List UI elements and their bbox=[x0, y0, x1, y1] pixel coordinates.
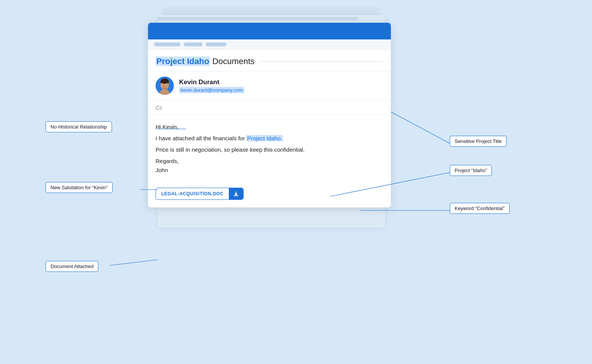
annotation-new-salutation: New Salutation for “Kevin” bbox=[46, 182, 113, 193]
tab-2 bbox=[184, 42, 203, 46]
email-from-row: Kevin Durant kevin.durant@company.com bbox=[148, 71, 391, 100]
email-body: Hi Kevin, I have attached all the financ… bbox=[148, 115, 391, 183]
attachment-download-button[interactable] bbox=[229, 188, 243, 199]
svg-line-15 bbox=[110, 260, 157, 265]
annotation-document-attached: Document Attached bbox=[46, 261, 98, 272]
email-subject: Project Idaho Documents bbox=[156, 56, 255, 66]
project-idaho-highlight: Project Idaho. bbox=[246, 135, 283, 141]
email-header-bar bbox=[148, 23, 391, 39]
svg-line-11 bbox=[391, 112, 450, 143]
body-line-1: I have attached all the financials for P… bbox=[156, 134, 383, 143]
body-greeting: Hi Kevin, bbox=[156, 122, 383, 132]
from-name: Kevin Durant bbox=[179, 78, 244, 86]
download-icon bbox=[233, 191, 239, 196]
svg-point-8 bbox=[166, 85, 167, 85]
email-attachment-section: LEGAL-ACQUISITION.DOC bbox=[148, 183, 391, 207]
body-regards: Regards,John bbox=[156, 157, 383, 175]
email-tabs bbox=[148, 39, 391, 50]
tab-3 bbox=[206, 42, 227, 46]
attachment-pill[interactable]: LEGAL-ACQUISITION.DOC bbox=[156, 188, 244, 200]
annotation-project-idaho: Project “Idaho” bbox=[450, 165, 492, 176]
from-details: Kevin Durant kevin.durant@company.com bbox=[179, 78, 244, 93]
subject-highlight: Project Idaho bbox=[156, 56, 210, 66]
body-line-2: Price is still in negociation, so please… bbox=[156, 145, 383, 154]
svg-point-7 bbox=[163, 85, 164, 85]
annotation-keyword-confidential: Keyword “Confidential” bbox=[450, 203, 510, 214]
annotation-no-historical: No Historical Relationship bbox=[46, 121, 112, 132]
attachment-filename: LEGAL-ACQUISITION.DOC bbox=[156, 188, 229, 199]
cc-label: Cc bbox=[156, 104, 162, 111]
svg-point-9 bbox=[164, 86, 165, 87]
annotation-sensitive-title: Sensitive Project Title bbox=[450, 136, 507, 147]
tab-1 bbox=[154, 42, 181, 46]
subject-divider-line bbox=[261, 61, 383, 62]
email-cc-row: Cc bbox=[148, 100, 391, 115]
email-card: Project Idaho Documents bbox=[148, 23, 391, 207]
avatar bbox=[156, 77, 174, 95]
svg-rect-4 bbox=[161, 81, 169, 83]
subject-plain: Documents bbox=[210, 56, 254, 66]
from-email: kevin.durant@company.com bbox=[179, 87, 244, 93]
email-subject-row: Project Idaho Documents bbox=[148, 50, 391, 71]
bg-line-1 bbox=[157, 17, 358, 20]
